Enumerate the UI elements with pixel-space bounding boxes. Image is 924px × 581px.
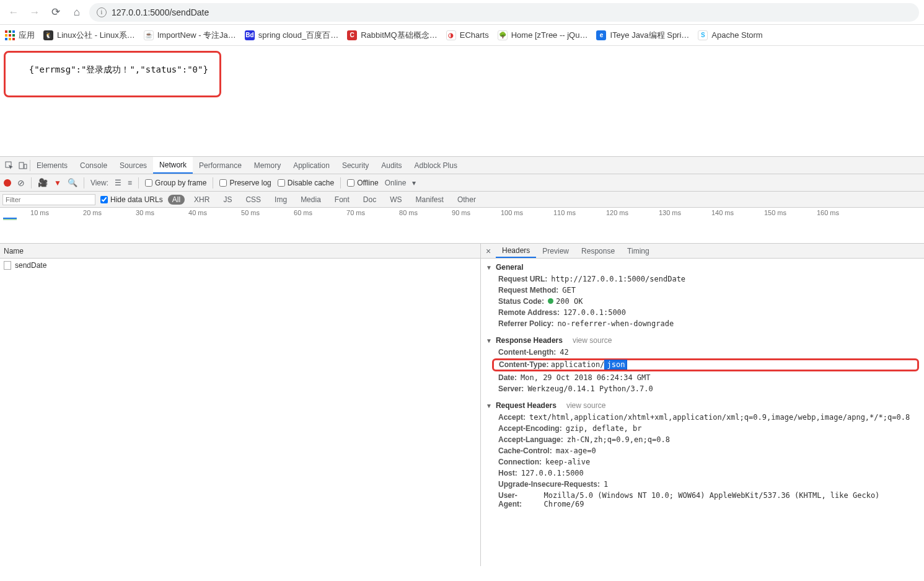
- filter-other[interactable]: Other: [453, 195, 480, 205]
- favicon-echarts-icon: ◑: [446, 30, 456, 40]
- tab-timing[interactable]: Timing: [621, 244, 656, 258]
- site-info-icon[interactable]: i: [97, 7, 107, 17]
- timeline-labels: 10 ms 20 ms 30 ms 40 ms 50 ms 60 ms 70 m…: [0, 209, 924, 216]
- large-rows-button[interactable]: ☰: [115, 179, 121, 187]
- home-button[interactable]: ⌂: [68, 4, 86, 21]
- tab-performance[interactable]: Performance: [193, 157, 248, 174]
- bookmark-importnew[interactable]: ☕ ImportNew - 专注Ja…: [144, 30, 236, 41]
- bookmark-iteye[interactable]: e ITeye Java编程 Spri…: [596, 30, 689, 41]
- online-select[interactable]: Online ▾: [385, 179, 416, 187]
- offline-checkbox[interactable]: Offline: [347, 179, 378, 187]
- tl-tick: 60 ms: [263, 209, 316, 216]
- bookmark-linux[interactable]: 🐧 Linux公社 - Linux系…: [43, 30, 135, 41]
- requests-header-name[interactable]: Name: [0, 244, 480, 259]
- kv-accept-encoding: Accept-Encoding:gzip, deflate, br: [481, 423, 924, 434]
- separator: [340, 177, 341, 188]
- tab-headers[interactable]: Headers: [496, 244, 536, 258]
- tab-response[interactable]: Response: [575, 244, 621, 258]
- preserve-log-checkbox[interactable]: Preserve log: [219, 179, 271, 187]
- kv-request-method: Request Method:GET: [481, 285, 924, 296]
- tab-adblock[interactable]: Adblock Plus: [408, 157, 464, 174]
- record-button[interactable]: [4, 179, 11, 187]
- request-row[interactable]: sendDate: [0, 259, 480, 272]
- bookmark-storm[interactable]: S Apache Storm: [698, 30, 762, 40]
- view-source-link[interactable]: view source: [566, 401, 605, 410]
- section-request-headers[interactable]: ▼ Request Headers view source: [481, 399, 924, 412]
- tl-tick: 70 ms: [316, 209, 369, 216]
- v: application/json: [551, 360, 628, 370]
- hide-data-urls-checkbox[interactable]: Hide data URLs: [100, 195, 163, 204]
- filter-media[interactable]: Media: [296, 195, 325, 205]
- tab-preview[interactable]: Preview: [536, 244, 575, 258]
- network-toolbar: ⊘ 🎥 ▼ 🔍 View: ☰ ≡ Group by frame Preserv…: [0, 174, 924, 192]
- capture-screenshots-button[interactable]: 🎥: [38, 178, 48, 187]
- tab-audits[interactable]: Audits: [375, 157, 408, 174]
- bookmarks-bar: 应用 🐧 Linux公社 - Linux系… ☕ ImportNew - 专注J…: [0, 25, 924, 46]
- bookmark-rabbitmq[interactable]: C RabbitMQ基础概念…: [347, 30, 438, 41]
- tl-tick: 80 ms: [369, 209, 421, 216]
- bookmark-label: ITeye Java编程 Spri…: [610, 30, 689, 41]
- address-input[interactable]: [112, 7, 912, 17]
- tab-console[interactable]: Console: [74, 157, 113, 174]
- group-by-frame-checkbox[interactable]: Group by frame: [145, 179, 206, 187]
- search-button[interactable]: 🔍: [68, 178, 77, 187]
- inspect-button[interactable]: [2, 159, 16, 172]
- filter-js[interactable]: JS: [219, 195, 236, 205]
- section-title: Response Headers: [496, 336, 563, 345]
- tab-security[interactable]: Security: [336, 157, 375, 174]
- filter-font[interactable]: Font: [330, 195, 354, 205]
- bookmark-ztree[interactable]: 🌳 Home [zTree -- jQu…: [498, 30, 588, 40]
- bookmark-label: ImportNew - 专注Ja…: [157, 30, 236, 41]
- tl-tick: 110 ms: [527, 209, 579, 216]
- section-general[interactable]: ▼ General: [481, 261, 924, 273]
- device-toggle[interactable]: [16, 159, 30, 172]
- filter-doc[interactable]: Doc: [359, 195, 381, 205]
- clear-button[interactable]: ⊘: [17, 178, 25, 188]
- v: Werkzeug/0.14.1 Python/3.7.0: [527, 384, 653, 393]
- forward-button[interactable]: →: [26, 4, 43, 21]
- reload-button[interactable]: ⟳: [47, 4, 64, 21]
- k: Connection:: [498, 458, 542, 466]
- tl-tick: 150 ms: [737, 209, 790, 216]
- filter-manifest[interactable]: Manifest: [411, 195, 448, 205]
- v: http://127.0.0.1:5000/sendDate: [551, 275, 685, 283]
- caret-down-icon: ▼: [486, 337, 492, 344]
- bookmark-springcloud[interactable]: Bd spring cloud_百度百…: [245, 30, 338, 41]
- view-source-link[interactable]: view source: [573, 336, 612, 345]
- view-waterfall-button[interactable]: ≡: [128, 179, 132, 187]
- close-details-button[interactable]: ×: [481, 246, 496, 256]
- svg-rect-1: [19, 162, 24, 169]
- filter-all[interactable]: All: [168, 195, 185, 205]
- section-response-headers[interactable]: ▼ Response Headers view source: [481, 334, 924, 347]
- page-content: {"errmsg":"登录成功！","status":"0"}: [0, 46, 924, 156]
- address-bar[interactable]: i: [89, 3, 919, 22]
- filter-input[interactable]: [2, 194, 95, 205]
- k: Remote Address:: [498, 308, 560, 317]
- k: Server:: [498, 384, 524, 393]
- tab-elements[interactable]: Elements: [30, 157, 74, 174]
- disable-cache-checkbox[interactable]: Disable cache: [278, 179, 334, 187]
- k: Content-Type:: [499, 360, 548, 369]
- back-button[interactable]: ←: [5, 4, 22, 21]
- network-filter-row: Hide data URLs All XHR JS CSS Img Media …: [0, 192, 924, 208]
- tab-sources[interactable]: Sources: [113, 157, 153, 174]
- kv-connection: Connection:keep-alive: [481, 456, 924, 468]
- network-timeline[interactable]: 10 ms 20 ms 30 ms 40 ms 50 ms 60 ms 70 m…: [0, 208, 924, 244]
- tab-application[interactable]: Application: [287, 157, 336, 174]
- bookmark-label: ECharts: [460, 30, 489, 40]
- bookmark-echarts[interactable]: ◑ ECharts: [446, 30, 489, 40]
- tab-memory[interactable]: Memory: [248, 157, 287, 174]
- filter-toggle[interactable]: ▼: [54, 179, 61, 187]
- apps-icon: [5, 30, 15, 40]
- tab-network[interactable]: Network: [153, 157, 193, 174]
- filter-xhr[interactable]: XHR: [190, 195, 214, 205]
- filter-img[interactable]: Img: [270, 195, 291, 205]
- favicon-java-icon: ☕: [144, 30, 154, 40]
- apps-shortcut[interactable]: 应用: [5, 30, 35, 41]
- ct-json-highlight: json: [604, 360, 627, 370]
- filter-ws[interactable]: WS: [385, 195, 406, 205]
- k: Request URL:: [498, 275, 547, 283]
- kv-cache-control: Cache-Control:max-age=0: [481, 445, 924, 456]
- tl-tick: 140 ms: [685, 209, 737, 216]
- filter-css[interactable]: CSS: [241, 195, 265, 205]
